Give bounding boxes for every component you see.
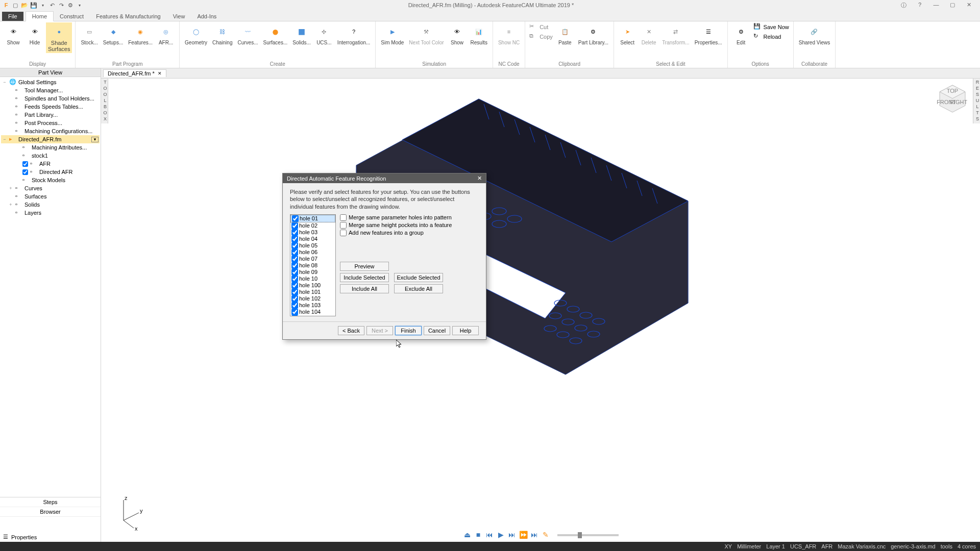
shared-views-button[interactable]: 🔗Shared Views [797,22,832,46]
gear-icon[interactable]: ⚙ [66,1,75,9]
feature-list-item[interactable]: hole 103 [290,302,335,309]
status-layer[interactable]: Layer 1 [766,543,785,549]
status-tools[interactable]: tools [941,543,952,549]
skip-back-icon[interactable]: ⏮ [485,531,494,540]
play-icon[interactable]: ▶ [496,531,505,540]
geometry-button[interactable]: ◯Geometry [183,22,209,46]
steps-button[interactable]: Steps [0,497,101,507]
copy-button[interactable]: ⧉Copy [528,32,554,41]
tree-item[interactable]: ▫Part Library... [1,111,100,119]
tab-construct[interactable]: Construct [54,12,90,21]
help-button[interactable]: Help [452,326,479,335]
tree-item[interactable]: ▫Surfaces [1,192,100,201]
reload-button[interactable]: ↻Reload [752,32,790,41]
feature-list-item[interactable]: hole 01 [290,215,335,222]
skip-fwd-icon[interactable]: ⏭ [507,531,517,540]
undo-icon[interactable]: ↶ [48,1,56,9]
show-button[interactable]: 👁Show [3,22,23,46]
part-library-button[interactable]: ⚙Part Library... [576,22,610,46]
exclude-selected-button[interactable]: Exclude Selected [394,273,443,282]
chaining-button[interactable]: ⛓Chaining [210,22,234,46]
view-cube[interactable]: TOP FRONT RIGHT [937,83,968,113]
speed-slider[interactable] [557,534,619,536]
tree-item[interactable]: ▫Post Process... [1,119,100,127]
dropdown-icon[interactable]: ▼ [91,137,99,142]
dialog-title-bar[interactable]: Directed Automatic Feature Recognition ✕ [283,173,486,183]
preview-button[interactable]: Preview [340,262,389,271]
properties-button[interactable]: ☰Properties... [693,22,724,46]
sim-show-button[interactable]: 👁Show [447,22,468,46]
feature-list-item[interactable]: hole 105 [290,315,335,316]
results-button[interactable]: 📊Results [469,22,489,46]
qat-dropdown-icon[interactable]: ▾ [39,1,47,9]
hide-button[interactable]: 👁Hide [24,22,45,46]
feature-list-item[interactable]: hole 04 [290,236,335,242]
interrogation-button[interactable]: ?Interrogation... [335,22,372,46]
tab-view[interactable]: View [167,12,191,21]
shade-button[interactable]: ●ShadeSurfaces [46,22,72,53]
erase-icon[interactable]: ✎ [541,531,550,540]
feature-list-item[interactable]: hole 05 [290,242,335,249]
feature-list-item[interactable]: hole 06 [290,249,335,256]
tree-item[interactable]: ▫Machining Attributes... [1,143,100,152]
doc-tab[interactable]: Directed_AFR.fm *✕ [103,69,166,77]
tree-file-node[interactable]: −▸Directed_AFR.fm▼ [1,135,100,143]
eject-icon[interactable]: ⏏ [462,531,472,540]
select-button[interactable]: ➤Select [617,22,638,46]
browser-button[interactable]: Browser [0,507,101,517]
save-now-button[interactable]: 💾Save Now [752,22,790,32]
finish-button[interactable]: Finish [395,326,422,335]
viewport-3d[interactable]: TOOLBOX RESULTS [101,79,980,542]
qat-dropdown2-icon[interactable]: ▾ [76,1,84,9]
include-all-button[interactable]: Include All [340,284,389,293]
properties-button[interactable]: ☰Properties [0,532,101,542]
tree-item[interactable]: ▫AFR [1,160,100,168]
toolbox-panel[interactable]: TOOLBOX [101,79,108,123]
tab-features[interactable]: Features & Manufacturing [90,12,167,21]
merge-pockets-checkbox[interactable]: Merge same height pockets into a feature [340,222,479,229]
tree-item[interactable]: ▫stock1 [1,152,100,160]
fast-fwd-icon[interactable]: ⏩ [519,531,528,540]
maximize-icon[interactable]: ▢ [947,2,958,9]
tree-item[interactable]: ▫Spindles and Tool Holders... [1,94,100,103]
tree-item[interactable]: ▫Layers [1,209,100,217]
edit-button[interactable]: ⚙Edit [731,22,751,46]
dialog-close-icon[interactable]: ✕ [477,175,482,182]
feature-list[interactable]: hole 01hole 02hole 03hole 04hole 05hole … [290,214,336,316]
add-group-checkbox[interactable]: Add new features into a group [340,230,479,236]
tab-addins[interactable]: Add-Ins [191,12,223,21]
setups-button[interactable]: ◆Setups... [101,22,125,46]
solids-button[interactable]: ■Solids... [290,22,313,46]
status-ucs[interactable]: UCS_AFR [790,543,816,549]
status-post[interactable]: Mazak Variaxis.cnc [838,543,886,549]
transform-button[interactable]: ⇄Transform... [660,22,692,46]
show-nc-button[interactable]: ≡Show NC [496,22,522,46]
feature-list-item[interactable]: hole 07 [290,256,335,262]
stock-button[interactable]: ▭Stock... [79,22,100,46]
next-tool-button[interactable]: ⚒Next Tool Color [407,22,446,46]
exclude-all-button[interactable]: Exclude All [394,284,443,293]
tree-global-settings[interactable]: −🌐Global Settings [1,78,100,86]
tree-item[interactable]: ▫Machining Configurations... [1,127,100,135]
close-tab-icon[interactable]: ✕ [158,71,162,76]
new-icon[interactable]: ▢ [11,1,19,9]
tree-item[interactable]: ▫Feeds Speeds Tables... [1,103,100,111]
status-units[interactable]: Millimeter [737,543,761,549]
end-icon[interactable]: ⏭ [530,531,539,540]
feature-list-item[interactable]: hole 10 [290,276,335,282]
part-view-tree[interactable]: −🌐Global Settings ▫Tool Manager...▫Spind… [0,77,101,497]
afr-button[interactable]: ◎AFR... [156,22,176,46]
help-icon[interactable]: ? [915,2,925,9]
paste-button[interactable]: 📋Paste [555,22,575,46]
tree-item[interactable]: +▫Solids [1,201,100,209]
tree-item[interactable]: ▫Directed AFR [1,168,100,176]
surfaces-button[interactable]: ●Surfaces... [261,22,289,46]
close-icon[interactable]: ✕ [964,2,974,9]
results-panel[interactable]: RESULTS [973,79,980,123]
back-button[interactable]: < Back [338,326,364,335]
status-afr[interactable]: AFR [821,543,832,549]
file-tab[interactable]: File [2,12,23,21]
stop-icon[interactable]: ■ [474,531,483,540]
info-icon[interactable]: ⓘ [898,2,909,9]
sim-mode-button[interactable]: ▶Sim Mode [379,22,406,46]
